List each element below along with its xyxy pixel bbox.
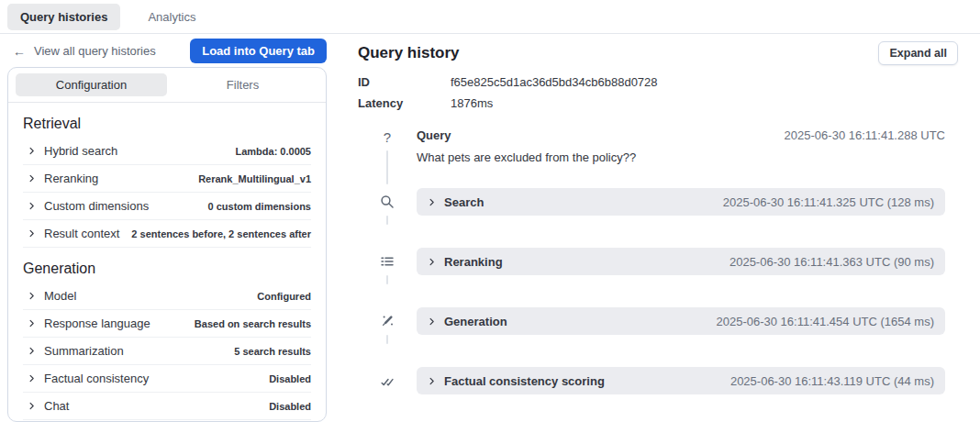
meta-label: Latency bbox=[358, 96, 451, 111]
accordion-label: Reranking bbox=[444, 255, 729, 269]
double-check-icon bbox=[379, 372, 395, 389]
configuration-card: Configuration Filters Retrieval Hybrid s… bbox=[7, 67, 327, 422]
section-title-generation: Generation bbox=[23, 261, 311, 277]
chevron-right-icon bbox=[28, 402, 36, 410]
config-row-value: Based on search results bbox=[195, 318, 311, 329]
tab-query-histories[interactable]: Query histories bbox=[7, 4, 120, 30]
timeline-icon-column bbox=[358, 248, 417, 288]
query-step-content: Query 2025-06-30 16:11:41.288 UTC What p… bbox=[417, 128, 945, 188]
magic-wand-icon bbox=[379, 313, 395, 329]
left-panel-header: ← View all query histories Load into Que… bbox=[7, 39, 327, 63]
accordion-timestamp: 2025-06-30 16:11:41.325 UTC (128 ms) bbox=[723, 195, 934, 209]
config-row-value: Lambda: 0.0005 bbox=[235, 146, 311, 157]
config-row-label: Factual consistency bbox=[44, 372, 269, 385]
tab-configuration[interactable]: Configuration bbox=[16, 73, 167, 96]
config-row-label: Chat bbox=[44, 399, 269, 413]
config-row-value: 5 search results bbox=[234, 346, 311, 357]
timeline-step-reranking: Reranking 2025-06-30 16:11:41.363 UTC (9… bbox=[358, 248, 945, 307]
chevron-right-icon bbox=[28, 319, 36, 328]
config-row-value: Rerank_Multilingual_v1 bbox=[198, 173, 311, 184]
config-row-label: Response language bbox=[44, 316, 195, 330]
chevron-right-icon bbox=[28, 347, 36, 355]
section-title-retrieval: Retrieval bbox=[23, 116, 311, 132]
chevron-right-icon bbox=[28, 374, 36, 383]
config-row-label: Summarization bbox=[44, 344, 234, 358]
timeline-icon-column bbox=[358, 367, 417, 394]
back-link-label: View all query histories bbox=[34, 44, 156, 58]
config-row-summarization[interactable]: Summarization 5 search results bbox=[23, 338, 311, 365]
config-row-label: Model bbox=[44, 289, 257, 303]
list-icon bbox=[379, 253, 395, 270]
timeline-step-search: Search 2025-06-30 16:11:41.325 UTC (128 … bbox=[358, 188, 945, 248]
main-content: ← View all query histories Load into Que… bbox=[0, 34, 980, 422]
config-row-response-language[interactable]: Response language Based on search result… bbox=[23, 310, 311, 338]
query-id-value: f65e825c5d1ac36d5bd34cb6b88d0728 bbox=[451, 75, 658, 90]
accordion-label: Generation bbox=[444, 315, 716, 328]
config-row-value: 2 sentences before, 2 sentences after bbox=[131, 228, 311, 239]
search-accordion[interactable]: Search 2025-06-30 16:11:41.325 UTC (128 … bbox=[417, 188, 945, 216]
chevron-right-icon bbox=[28, 292, 36, 300]
query-history-header: Query history Expand all bbox=[358, 39, 958, 67]
back-arrow-icon: ← bbox=[13, 45, 26, 58]
config-row-result-context[interactable]: Result context 2 sentences before, 2 sen… bbox=[23, 220, 311, 248]
configuration-card-tabs: Configuration Filters bbox=[8, 68, 326, 103]
left-panel: ← View all query histories Load into Que… bbox=[7, 34, 327, 422]
config-row-label: Result context bbox=[44, 227, 131, 240]
config-row-value: 0 custom dimensions bbox=[208, 201, 311, 212]
config-row-label: Hybrid search bbox=[44, 144, 235, 158]
config-row-custom-dimensions[interactable]: Custom dimensions 0 custom dimensions bbox=[23, 193, 311, 220]
expand-all-button[interactable]: Expand all bbox=[878, 41, 958, 65]
config-row-reranking[interactable]: Reranking Rerank_Multilingual_v1 bbox=[23, 165, 311, 193]
reranking-accordion[interactable]: Reranking 2025-06-30 16:11:41.363 UTC (9… bbox=[417, 248, 945, 275]
config-row-value: Configured bbox=[257, 291, 311, 302]
config-row-value: Disabled bbox=[269, 373, 311, 384]
config-row-hybrid-search[interactable]: Hybrid search Lambda: 0.0005 bbox=[23, 138, 311, 165]
timeline-step-query: ? Query 2025-06-30 16:11:41.288 UTC What… bbox=[358, 128, 945, 188]
query-timestamp: 2025-06-30 16:11:41.288 UTC bbox=[785, 128, 945, 142]
generation-accordion[interactable]: Generation 2025-06-30 16:11:41.454 UTC (… bbox=[417, 307, 945, 335]
chevron-right-icon bbox=[28, 147, 36, 155]
timeline-step-factual-consistency: Factual consistency scoring 2025-06-30 1… bbox=[358, 367, 945, 414]
top-nav: Query histories Analytics bbox=[0, 0, 980, 34]
tab-analytics[interactable]: Analytics bbox=[135, 4, 208, 30]
query-timeline: ? Query 2025-06-30 16:11:41.288 UTC What… bbox=[358, 128, 945, 414]
timeline-connector bbox=[386, 216, 388, 225]
question-icon: ? bbox=[379, 128, 395, 145]
chevron-right-icon bbox=[28, 202, 36, 210]
chevron-right-icon bbox=[28, 174, 36, 183]
timeline-step-generation: Generation 2025-06-30 16:11:41.454 UTC (… bbox=[358, 307, 945, 367]
meta-row-id: ID f65e825c5d1ac36d5bd34cb6b88d0728 bbox=[358, 75, 958, 90]
accordion-timestamp: 2025-06-30 16:11:43.119 UTC (44 ms) bbox=[730, 374, 934, 388]
config-row-chat[interactable]: Chat Disabled bbox=[23, 393, 311, 420]
config-row-label: Custom dimensions bbox=[44, 199, 208, 213]
view-all-query-histories-link[interactable]: ← View all query histories bbox=[13, 44, 156, 58]
chevron-right-icon bbox=[428, 317, 436, 326]
timeline-icon-column bbox=[358, 307, 417, 348]
chevron-right-icon bbox=[428, 258, 436, 266]
tab-filters[interactable]: Filters bbox=[167, 73, 318, 96]
config-row-value: Disabled bbox=[269, 401, 311, 412]
timeline-connector bbox=[386, 150, 388, 184]
configuration-card-body: Retrieval Hybrid search Lambda: 0.0005 R… bbox=[8, 116, 326, 420]
accordion-label: Factual consistency scoring bbox=[444, 374, 730, 388]
query-text: What pets are excluded from the policy?? bbox=[417, 150, 945, 164]
load-into-query-tab-button[interactable]: Load into Query tab bbox=[190, 39, 327, 63]
query-meta: ID f65e825c5d1ac36d5bd34cb6b88d0728 Late… bbox=[358, 75, 958, 111]
search-icon bbox=[379, 194, 395, 210]
query-history-panel: Query history Expand all ID f65e825c5d1a… bbox=[327, 34, 980, 422]
chevron-right-icon bbox=[428, 377, 436, 385]
factual-consistency-accordion[interactable]: Factual consistency scoring 2025-06-30 1… bbox=[417, 367, 945, 394]
timeline-connector bbox=[386, 275, 388, 284]
meta-label: ID bbox=[358, 75, 451, 90]
config-row-model[interactable]: Model Configured bbox=[23, 283, 311, 310]
accordion-label: Search bbox=[444, 195, 723, 209]
chevron-right-icon bbox=[428, 198, 436, 206]
accordion-timestamp: 2025-06-30 16:11:41.454 UTC (1654 ms) bbox=[716, 315, 934, 328]
timeline-icon-column: ? bbox=[358, 128, 417, 188]
config-row-factual-consistency[interactable]: Factual consistency Disabled bbox=[23, 365, 311, 393]
accordion-timestamp: 2025-06-30 16:11:41.363 UTC (90 ms) bbox=[729, 255, 934, 269]
timeline-icon-column bbox=[358, 188, 417, 228]
meta-row-latency: Latency 1876ms bbox=[358, 96, 958, 111]
latency-value: 1876ms bbox=[451, 96, 493, 111]
config-row-label: Reranking bbox=[44, 172, 198, 185]
